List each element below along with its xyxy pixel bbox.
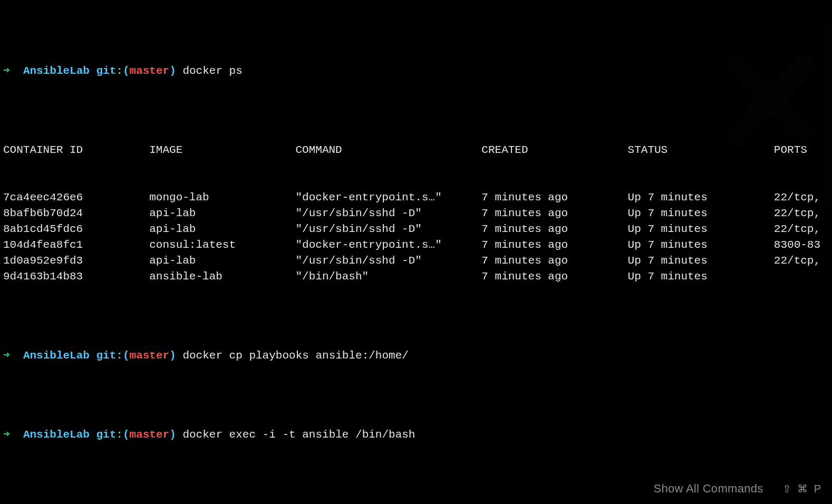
docker-ps-row: 1d0a952e9fd3 api-lab "/usr/sbin/sshd -D"…: [3, 253, 829, 269]
git-paren-open: (: [123, 65, 130, 77]
prompt-arrow-icon: ➜: [3, 65, 10, 77]
git-paren-close: ): [169, 350, 176, 362]
docker-ps-body: 7ca4eec426e6 mongo-lab "docker-entrypoin…: [3, 190, 829, 285]
docker-ps-row: 9d4163b14b83 ansible-lab "/bin/bash" 7 m…: [3, 269, 829, 285]
prompt-directory: AnsibleLab: [23, 65, 90, 77]
git-label: git:: [96, 65, 123, 77]
git-paren-close: ): [169, 65, 176, 77]
docker-ps-header: CONTAINER ID IMAGE COMMAND CREATED STATU…: [3, 142, 829, 158]
git-branch: master: [130, 429, 170, 441]
docker-ps-row: 104d4fea8fc1 consul:latest "docker-entry…: [3, 237, 829, 253]
prompt-line: ➜ AnsibleLab git:(master) docker cp play…: [3, 348, 829, 364]
docker-ps-row: 8bafb6b70d24 api-lab "/usr/sbin/sshd -D"…: [3, 206, 829, 221]
terminal-pane[interactable]: ➜ AnsibleLab git:(master) docker ps CONT…: [0, 0, 832, 504]
git-label: git:: [96, 350, 123, 362]
git-label: git:: [96, 429, 123, 441]
git-branch: master: [130, 350, 170, 362]
prompt-directory: AnsibleLab: [23, 429, 90, 441]
prompt-line: ➜ AnsibleLab git:(master) docker ps: [3, 63, 829, 79]
docker-ps-row: 7ca4eec426e6 mongo-lab "docker-entrypoin…: [3, 190, 829, 206]
keyboard-shortcut: ⇧ ⌘ P: [782, 481, 823, 497]
prompt-line: ➜ AnsibleLab git:(master) docker exec -i…: [3, 427, 829, 443]
docker-ps-row: 8ab1cd45fdc6 api-lab "/usr/sbin/sshd -D"…: [3, 221, 829, 237]
git-paren-close: ): [169, 429, 176, 441]
command-text: docker ps: [182, 65, 242, 77]
command-palette-hint: Show All Commands ⇧ ⌘ P: [653, 481, 823, 497]
hint-label: Show All Commands: [653, 481, 763, 497]
prompt-directory: AnsibleLab: [23, 350, 90, 362]
prompt-arrow-icon: ➜: [3, 429, 10, 441]
prompt-arrow-icon: ➜: [3, 350, 10, 362]
command-text: docker cp playbooks ansible:/home/: [182, 350, 408, 362]
command-text: docker exec -i -t ansible /bin/bash: [182, 429, 415, 441]
git-branch: master: [130, 65, 170, 77]
git-paren-open: (: [123, 429, 130, 441]
git-paren-open: (: [123, 350, 130, 362]
